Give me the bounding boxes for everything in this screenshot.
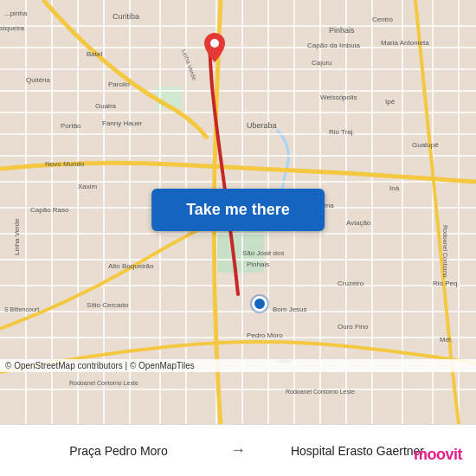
svg-text:Xaxim: Xaxim <box>78 183 98 190</box>
svg-text:Pinhais: Pinhais <box>329 26 355 35</box>
svg-text:Fanny Hauer: Fanny Hauer <box>102 119 143 127</box>
svg-text:Batel: Batel <box>87 50 102 58</box>
svg-text:Quitéria: Quitéria <box>26 76 51 84</box>
svg-text:Capão Raso: Capão Raso <box>30 206 69 214</box>
svg-text:Sítio Cercado: Sítio Cercado <box>87 301 129 309</box>
svg-text:São José dos: São José dos <box>242 249 284 257</box>
svg-text:Portão: Portão <box>61 122 81 130</box>
svg-text:Rio Traj.: Rio Traj. <box>329 128 355 136</box>
map-attribution: © OpenStreetMap contributors | © OpenMap… <box>0 359 476 372</box>
svg-text:Curitiba: Curitiba <box>113 12 139 21</box>
svg-text:Rodoanel Contorno Leste: Rodoanel Contorno Leste <box>69 380 138 386</box>
svg-text:Linha Verde: Linha Verde <box>13 218 21 255</box>
svg-text:Cajuru: Cajuru <box>312 59 332 67</box>
svg-text:Pinhais: Pinhais <box>247 261 269 268</box>
svg-text:Cruzeiro: Cruzeiro <box>338 280 364 287</box>
footer: Praça Pedro Moro → Hospital Erasto Gaert… <box>0 424 476 476</box>
route-arrow: → <box>230 441 246 460</box>
svg-text:Uberaba: Uberaba <box>247 121 277 130</box>
svg-text:Bom Jesus: Bom Jesus <box>273 306 307 313</box>
svg-text:Guatupê: Guatupê <box>412 141 439 149</box>
svg-text:Maria Antonieta: Maria Antonieta <box>381 39 429 47</box>
svg-text:Aviação: Aviação <box>346 219 371 227</box>
destination-pin <box>204 33 225 66</box>
svg-text:Rio Peq.: Rio Peq. <box>433 280 460 287</box>
svg-text:Weissópolis: Weissópolis <box>320 93 357 101</box>
svg-text:Rodoanel Contorno: Rodoanel Contorno <box>442 225 448 278</box>
svg-text:Gualra: Gualra <box>95 102 117 110</box>
current-location-dot <box>252 296 267 312</box>
svg-text:S Bittencourt: S Bittencourt <box>4 306 39 312</box>
map-container: Curitiba Batel Parolin Gualra Portão Fan… <box>0 0 476 424</box>
moovit-logo-text: moovit <box>414 446 462 464</box>
svg-text:Ouro Fino: Ouro Fino <box>338 323 369 331</box>
svg-text:...pinha: ...pinha <box>4 10 28 17</box>
svg-text:Ipê: Ipê <box>385 98 396 106</box>
svg-text:Parolin: Parolin <box>108 80 130 88</box>
svg-text:Novo Mundo: Novo Mundo <box>45 160 85 168</box>
svg-point-79 <box>210 39 219 48</box>
svg-text:Capão da Imbuia: Capão da Imbuia <box>307 42 360 49</box>
svg-text:Mér.: Mér. <box>440 336 453 344</box>
svg-text:siqueira: siqueira <box>0 24 25 32</box>
svg-text:Rodoanel Contorno Leste: Rodoanel Contorno Leste <box>286 389 355 395</box>
moovit-logo: moovit <box>414 446 462 464</box>
svg-text:Alto Boqueirão: Alto Boqueirão <box>108 262 154 270</box>
origin-label: Praça Pedro Moro <box>14 444 223 458</box>
take-me-there-button[interactable]: Take me there <box>151 189 325 231</box>
svg-text:Pedro Moro: Pedro Moro <box>247 331 283 339</box>
svg-text:Centro: Centro <box>372 16 394 23</box>
svg-text:Iná: Iná <box>389 184 400 192</box>
